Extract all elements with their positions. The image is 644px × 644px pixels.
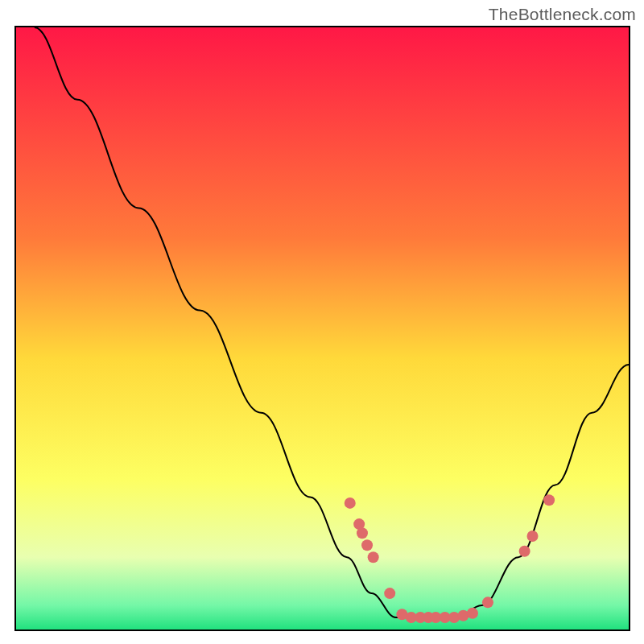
bottleneck-curve xyxy=(35,27,629,617)
plot-frame xyxy=(14,26,630,631)
highlight-dot xyxy=(384,588,395,599)
highlight-dot xyxy=(519,546,530,557)
highlight-dots xyxy=(345,494,555,623)
highlight-dot xyxy=(527,530,539,542)
curve-layer xyxy=(16,27,629,630)
highlight-dot xyxy=(357,527,368,539)
highlight-dot xyxy=(345,497,356,509)
highlight-dot xyxy=(467,608,478,619)
chart-stage: TheBottleneck.com xyxy=(0,0,644,644)
highlight-dot xyxy=(361,539,373,551)
highlight-dot xyxy=(482,597,493,608)
highlight-dot xyxy=(368,551,379,563)
highlight-dot xyxy=(543,494,555,506)
watermark-text: TheBottleneck.com xyxy=(489,5,636,24)
